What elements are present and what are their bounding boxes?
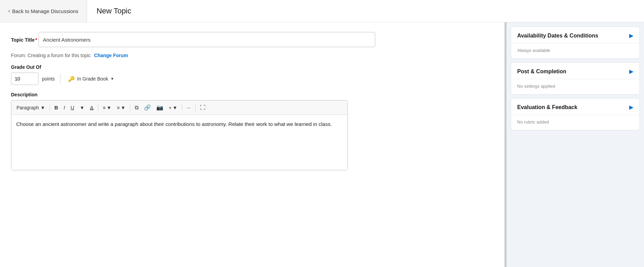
change-forum-link[interactable]: Change Forum [94,53,128,58]
availability-card-arrow-icon[interactable]: ▶ [629,32,633,39]
topic-title-field: Topic Title* [11,32,493,47]
editor-toolbar: Paragraph ▼ B I U ▼ [11,100,347,115]
underline-button[interactable]: U [68,103,77,112]
toolbar-sep-1 [49,104,50,111]
description-editor[interactable]: Choose an ancient astronomer and write a… [11,115,347,170]
paragraph-chevron-icon: ▼ [40,105,45,110]
header: ‹ Back to Manage Discussions New Topic [0,0,644,22]
align-button[interactable]: ≡ ▼ [100,103,114,112]
grade-section: Grade Out Of points 🔑 In Grade Book ▼ [11,64,493,85]
points-label: points [42,76,55,82]
editor-container: Paragraph ▼ B I U ▼ [11,100,348,170]
image-button[interactable]: 📷 [154,103,166,113]
grade-book-button[interactable]: 🔑 In Grade Book ▼ [66,74,116,84]
add-button[interactable]: + ▼ [166,103,180,112]
post-completion-card-body: No settings applied [511,79,640,94]
availability-card-header: Availability Dates & Conditions ▶ [511,27,640,43]
strikethrough-button[interactable]: A [88,103,96,112]
availability-card-body: Always available [511,43,640,58]
post-completion-card-arrow-icon[interactable]: ▶ [629,68,633,75]
grade-label: Grade Out Of [11,64,493,70]
post-completion-card-subtitle: No settings applied [517,84,555,89]
paragraph-style-label: Paragraph [16,105,39,110]
forum-prefix-text: Forum: Creating a forum for this topic [11,53,91,58]
toolbar-sep-3 [130,104,130,111]
sidebar: Availability Dates & Conditions ▶ Always… [507,22,644,267]
underline-chevron-icon: ▼ [80,105,85,110]
grade-input[interactable] [11,73,38,85]
description-label: Description [11,92,493,97]
toolbar-sep-4 [182,104,182,111]
post-completion-card: Post & Completion ▶ No settings applied [511,62,640,95]
description-section: Description Paragraph ▼ B I [11,92,493,170]
evaluation-feedback-card-title: Evaluation & Feedback [517,104,577,110]
evaluation-feedback-card-subtitle: No rubric added [517,119,549,125]
grade-book-label: In Grade Book [77,76,108,82]
paragraph-style-button[interactable]: Paragraph ▼ [14,103,47,112]
add-chevron-icon: ▼ [173,105,177,110]
list-button[interactable]: ≡ ▼ [114,103,128,112]
toolbar-sep-2 [98,104,98,111]
topic-title-label: Topic Title* [11,37,38,43]
back-link-label: Back to Manage Discussions [12,8,78,14]
evaluation-feedback-card: Evaluation & Feedback ▶ No rubric added [511,98,640,130]
main-layout: Topic Title* Forum: Creating a forum for… [0,22,644,267]
list-chevron-icon: ▼ [121,105,125,110]
toolbar-sep-5 [195,104,196,111]
fullscreen-button[interactable]: ⛶ [198,103,208,113]
availability-card-title: Availability Dates & Conditions [517,33,598,39]
embed-button[interactable]: ⧉ [132,103,141,113]
post-completion-card-header: Post & Completion ▶ [511,63,640,79]
back-chevron-icon: ‹ [8,8,10,14]
more-options-button[interactable]: ··· [184,103,193,112]
page-title: New Topic [87,7,141,15]
evaluation-feedback-card-body: No rubric added [511,115,640,130]
align-chevron-icon: ▼ [107,105,111,110]
availability-card: Availability Dates & Conditions ▶ Always… [511,26,640,59]
evaluation-feedback-card-arrow-icon[interactable]: ▶ [629,104,633,110]
forum-line: Forum: Creating a forum for this topic C… [11,53,493,58]
underline-dropdown-button[interactable]: ▼ [77,103,87,112]
availability-card-subtitle: Always available [517,48,550,53]
grade-row: points 🔑 In Grade Book ▼ [11,73,493,85]
bold-button[interactable]: B [52,103,60,112]
back-to-manage-link[interactable]: ‹ Back to Manage Discussions [0,0,87,22]
italic-button[interactable]: I [61,103,67,112]
post-completion-card-title: Post & Completion [517,68,566,75]
key-icon: 🔑 [68,76,75,82]
link-button[interactable]: 🔗 [142,103,153,113]
evaluation-feedback-card-header: Evaluation & Feedback ▶ [511,98,640,115]
topic-title-input[interactable] [38,32,375,47]
strikethrough-line [90,109,93,110]
content-area: Topic Title* Forum: Creating a forum for… [0,22,507,267]
grade-book-chevron-icon: ▼ [110,76,114,81]
grade-divider [60,74,60,84]
